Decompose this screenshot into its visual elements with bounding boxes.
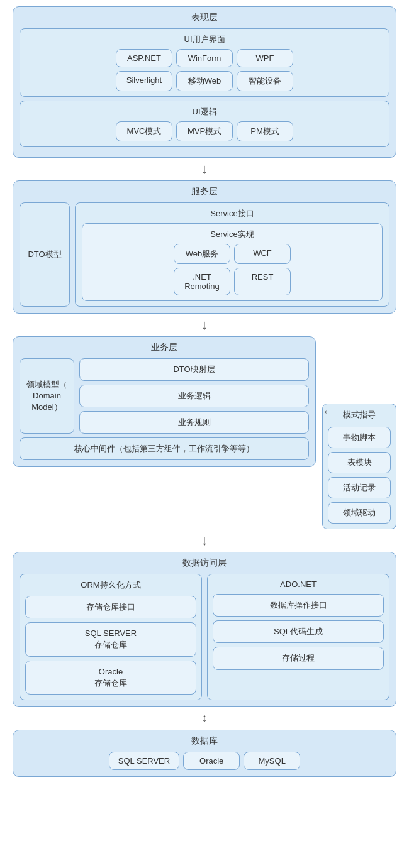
data-access-layer: 数据访问层 ORM持久化方式 存储仓库接口 SQL SERVER 存储仓库 Or… xyxy=(13,552,396,707)
service-interface-title: Service接口 xyxy=(82,208,383,219)
box-mvp: MVP模式 xyxy=(176,121,233,141)
da-inner: ORM持久化方式 存储仓库接口 SQL SERVER 存储仓库 Oracle 存… xyxy=(20,574,389,700)
box-mvc: MVC模式 xyxy=(116,121,172,141)
da-orm-item-1: SQL SERVER 存储仓库 xyxy=(25,622,196,656)
business-layer: 业务层 领域模型（ Domain Model） DTO映射层 业务逻辑 业务规则… xyxy=(13,336,316,467)
ui-items-row1: ASP.NET WinForm WPF xyxy=(26,49,383,67)
biz-rules: 业务规则 xyxy=(79,411,309,434)
presentation-layer-title: 表现层 xyxy=(20,12,389,23)
ui-logic-items: MVC模式 MVP模式 PM模式 xyxy=(26,121,383,141)
data-access-title: 数据访问层 xyxy=(20,558,389,569)
database-layer: 数据库 SQL SERVER Oracle MySQL xyxy=(13,730,396,777)
box-aspnet: ASP.NET xyxy=(116,49,172,67)
box-pm: PM模式 xyxy=(237,121,293,141)
ui-section: UI用户界面 ASP.NET WinForm WPF Silverlight 移… xyxy=(20,28,389,97)
biz-domain: 领域模型（ Domain Model） xyxy=(20,358,74,434)
biz-logic: 业务逻辑 xyxy=(79,385,309,407)
service-layer-title: 服务层 xyxy=(20,186,389,197)
da-ado-item-2: 存储过程 xyxy=(213,647,384,669)
database-title: 数据库 xyxy=(20,735,389,747)
arrow-biz-to-da: ↓ xyxy=(13,529,396,552)
da-orm-item-2: Oracle 存储仓库 xyxy=(25,661,196,695)
db-mysql: MySQL xyxy=(244,752,300,770)
database-items: SQL SERVER Oracle MySQL xyxy=(20,752,389,770)
biz-side-panel: ← 模式指导 事物脚本 表模块 活动记录 领域驱动 xyxy=(322,355,396,529)
box-rest: REST xyxy=(234,268,291,295)
service-dto: DTO模型 xyxy=(20,202,70,307)
pattern-item-3: 领域驱动 xyxy=(328,502,391,524)
da-orm-item-0: 存储仓库接口 xyxy=(25,596,196,618)
service-layer: 服务层 DTO模型 Service接口 Service实现 Web服务 WCF … xyxy=(13,180,396,314)
pattern-item-1: 表模块 xyxy=(328,452,391,473)
pattern-item-0: 事物脚本 xyxy=(328,427,391,448)
box-web-service: Web服务 xyxy=(174,244,230,264)
arrow-da-to-db: ↕ xyxy=(13,707,396,730)
biz-inner-layout: 领域模型（ Domain Model） DTO映射层 业务逻辑 业务规则 xyxy=(20,358,309,434)
biz-outer-wrapper: 业务层 领域模型（ Domain Model） DTO映射层 业务逻辑 业务规则… xyxy=(13,336,396,529)
da-ado-col: ADO.NET 数据库操作接口 SQL代码生成 存储过程 xyxy=(207,574,389,700)
biz-dto-mapping: DTO映射层 xyxy=(79,358,309,381)
box-smart-device: 智能设备 xyxy=(237,71,293,91)
biz-middleware: 核心中间件（包括第三方组件，工作流引擎等等） xyxy=(20,437,309,460)
ui-section-title: UI用户界面 xyxy=(26,34,383,45)
biz-right-stack: DTO映射层 业务逻辑 业务规则 xyxy=(79,358,309,434)
db-oracle: Oracle xyxy=(183,752,240,770)
service-inner: DTO模型 Service接口 Service实现 Web服务 WCF .NET… xyxy=(20,202,389,307)
box-wcf: WCF xyxy=(234,244,291,264)
box-net-remoting: .NET Remoting xyxy=(174,268,230,295)
pattern-title: 模式指导 xyxy=(328,409,391,420)
service-impl-row1: Web服务 WCF xyxy=(89,244,376,264)
da-ado-item-0: 数据库操作接口 xyxy=(213,594,384,617)
service-impl-title: Service实现 xyxy=(89,229,376,240)
box-mobile-web: 移动Web xyxy=(176,71,233,91)
ui-items-row2: Silverlight 移动Web 智能设备 xyxy=(26,71,383,91)
pattern-item-2: 活动记录 xyxy=(328,477,391,498)
arrow-service-to-biz: ↓ xyxy=(13,314,396,336)
da-orm-col: ORM持久化方式 存储仓库接口 SQL SERVER 存储仓库 Oracle 存… xyxy=(20,574,202,700)
business-layer-title: 业务层 xyxy=(20,342,309,353)
presentation-layer: 表现层 UI用户界面 ASP.NET WinForm WPF Silverlig… xyxy=(13,6,396,158)
da-ado-title: ADO.NET xyxy=(213,580,384,589)
box-silverlight: Silverlight xyxy=(116,71,172,91)
box-winform: WinForm xyxy=(176,49,233,67)
ui-logic-section: UI逻辑 MVC模式 MVP模式 PM模式 xyxy=(20,101,389,147)
service-impl-row2: .NET Remoting REST xyxy=(89,268,376,295)
da-orm-title: ORM持久化方式 xyxy=(25,580,196,591)
pattern-block: 模式指导 事物脚本 表模块 活动记录 领域驱动 xyxy=(322,404,396,529)
service-interface: Service接口 Service实现 Web服务 WCF .NET Remot… xyxy=(75,202,389,307)
box-wpf: WPF xyxy=(237,49,293,67)
da-ado-item-1: SQL代码生成 xyxy=(213,620,384,643)
db-sqlserver: SQL SERVER xyxy=(109,752,179,770)
business-layer-main: 业务层 领域模型（ Domain Model） DTO映射层 业务逻辑 业务规则… xyxy=(13,336,316,467)
service-impl: Service实现 Web服务 WCF .NET Remoting REST xyxy=(82,223,383,301)
ui-logic-title: UI逻辑 xyxy=(26,106,383,118)
arrow-pres-to-service: ↓ xyxy=(13,158,396,180)
